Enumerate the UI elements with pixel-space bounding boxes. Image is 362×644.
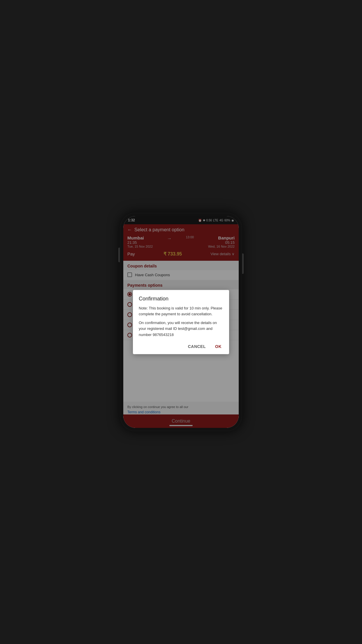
confirmation-dialog: Confirmation Note: This booking is valid… — [133, 290, 229, 354]
phone-screen: 1:32 ⏰ ✱ 0.56 LTE 4G 60% ◉ ← Select a pa… — [123, 216, 239, 428]
dialog-body-confirm: On confirmation, you will receive the de… — [139, 320, 223, 337]
dialog-ok-button[interactable]: OK — [213, 343, 223, 350]
dialog-actions: CANCEL OK — [139, 341, 223, 350]
phone-frame: 1:32 ⏰ ✱ 0.56 LTE 4G 60% ◉ ← Select a pa… — [120, 213, 242, 431]
dialog-title: Confirmation — [139, 296, 223, 302]
home-indicator — [169, 425, 193, 426]
dialog-body: Note: This booking is valid for 10 min o… — [139, 305, 223, 338]
dialog-cancel-button[interactable]: CANCEL — [186, 343, 208, 350]
dialog-body-note: Note: This booking is valid for 10 min o… — [139, 305, 223, 317]
